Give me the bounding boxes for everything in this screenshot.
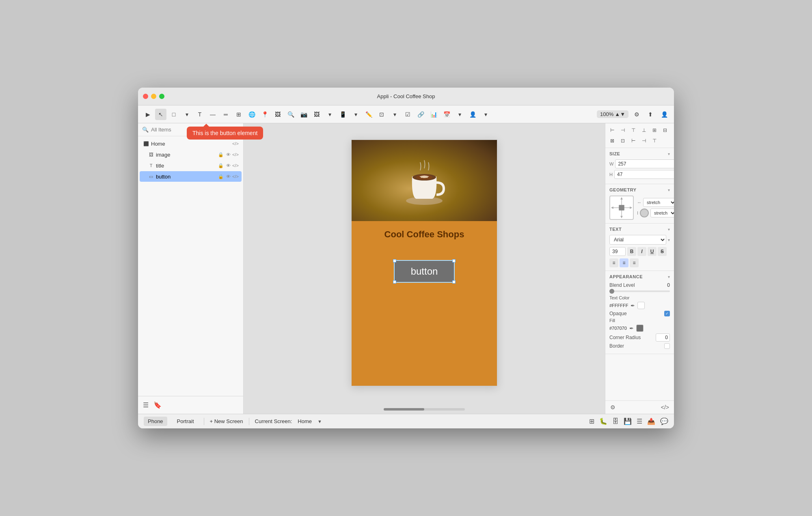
size-collapse-icon[interactable]: ▾ [668,152,670,156]
blend-slider[interactable] [609,290,670,292]
lock-icon-button[interactable]: 🔒 [218,174,224,179]
align-y-icon[interactable]: ⊤ [650,136,659,145]
text-collapse-icon[interactable]: ▾ [668,227,670,232]
settings-button[interactable]: ⚙ [631,109,642,120]
italic-button[interactable]: I [637,247,646,256]
blend-thumb[interactable] [609,289,614,294]
portrait-tab[interactable]: Portrait [173,417,198,426]
user-dropdown[interactable]: ▾ [480,109,491,120]
panel-settings-icon[interactable]: ⚙ [610,404,615,411]
search-tool[interactable]: 🔍 [285,109,296,120]
account-button[interactable]: 👤 [659,109,670,120]
align-top-icon[interactable]: ⊥ [639,126,648,135]
font-dropdown-icon[interactable]: ▾ [668,238,670,242]
align-right-icon[interactable]: ⊤ [629,126,638,135]
font-select[interactable]: Arial Helvetica [609,235,666,245]
stretch-v-select[interactable]: stretch fixed fill [650,209,674,217]
geometry-collapse-icon[interactable]: ▾ [668,188,670,192]
align-center-v-icon[interactable]: ⊞ [650,126,659,135]
new-screen-button[interactable]: + New Screen [210,418,243,424]
underline-button[interactable]: U [648,247,657,256]
distribute-h-icon[interactable]: ⊠ [608,136,617,145]
align-x-icon[interactable]: ⊣ [639,136,648,145]
screen-tool[interactable]: 📱 [337,109,348,120]
text-tool[interactable]: T [194,109,205,120]
component-tool[interactable]: ⊡ [376,109,387,120]
h-input[interactable] [614,170,674,179]
selection-handle-br[interactable] [452,280,456,284]
data-icon[interactable]: 💾 [624,417,632,425]
code-icon-image[interactable]: </> [233,152,238,157]
chart-tool[interactable]: 📊 [428,109,439,120]
eye-icon[interactable]: 👁 [225,152,231,157]
gallery-dropdown[interactable]: ▾ [324,109,335,120]
eye-icon-title[interactable]: 👁 [225,163,231,168]
preview-icon[interactable]: 💬 [660,417,668,425]
align-left-icon[interactable]: ⊢ [608,126,617,135]
play-button[interactable]: ▶ [142,109,153,120]
distribute-e-icon[interactable]: ⊢ [629,136,638,145]
double-line-tool[interactable]: ═ [220,109,231,120]
corner-radius-input[interactable] [656,333,670,342]
layer-item-home[interactable]: ⬛ Home </> [140,138,242,149]
align-bottom-icon[interactable]: ⊟ [661,126,669,135]
layer-item-button[interactable]: ▭ button 🔒 👁 </> [140,171,242,182]
code-icon-title[interactable]: </> [233,163,238,168]
code-icon-button[interactable]: </> [233,174,238,179]
panel-code-icon[interactable]: </> [661,404,669,411]
screen-dropdown[interactable]: ▾ [350,109,361,120]
close-button[interactable] [143,94,148,99]
gallery-tool[interactable]: 🖼 [311,109,322,120]
upload-button[interactable]: ⬆ [645,109,656,120]
lock-icon-title[interactable]: 🔒 [218,163,224,168]
check-tool[interactable]: ☑ [402,109,413,120]
selection-handle-bl[interactable] [393,280,396,284]
opaque-checkbox[interactable]: ✓ [664,311,670,316]
fill-color-swatch[interactable] [636,325,644,332]
phone-tab[interactable]: Phone [144,417,167,426]
align-center-text-button[interactable]: ≡ [620,258,628,267]
selection-handle-tl[interactable] [393,259,396,262]
camera-tool[interactable]: 📷 [298,109,309,120]
scrollbar-thumb[interactable] [384,408,424,411]
w-input[interactable] [615,159,674,168]
rect-dropdown[interactable]: ▾ [181,109,192,120]
zoom-level[interactable]: 100% ▲▼ [597,110,628,118]
bookmark-icon[interactable]: 🔖 [153,401,162,409]
export-icon[interactable]: 📤 [647,417,655,425]
font-size-input[interactable] [609,247,626,256]
border-checkbox[interactable] [664,343,670,349]
debug-icon[interactable]: 🐛 [599,417,607,425]
rect-tool[interactable]: □ [168,109,179,120]
database-icon[interactable]: 🗄 [612,418,619,425]
text-color-swatch[interactable] [637,302,645,309]
align-center-h-icon[interactable]: ⊣ [618,126,627,135]
align-right-text-button[interactable]: ≡ [630,258,639,267]
list-icon[interactable]: ☰ [143,401,149,409]
minimize-button[interactable] [151,94,156,99]
maximize-button[interactable] [159,94,164,99]
code-icon[interactable]: </> [233,141,238,146]
align-left-text-button[interactable]: ≡ [609,258,618,267]
globe-tool[interactable]: 🌐 [246,109,257,120]
link-tool[interactable]: 🔗 [415,109,426,120]
components-icon[interactable]: ⊞ [589,417,594,425]
canvas-button[interactable]: button [394,260,455,283]
calendar-dropdown[interactable]: ▾ [454,109,465,120]
calendar-tool[interactable]: 📅 [441,109,452,120]
current-screen-dropdown[interactable]: ▼ [317,419,322,424]
line-tool[interactable]: — [207,109,218,120]
layer-item-image[interactable]: 🖼 image 🔒 👁 </> [140,149,242,160]
select-tool[interactable]: ↖ [155,109,166,120]
canvas-area[interactable]: Add it here [244,123,605,414]
list-icon[interactable]: ☰ [637,417,642,425]
strikethrough-button[interactable]: S [658,247,667,256]
bold-button[interactable]: B [627,247,636,256]
text-color-picker-icon[interactable]: ✒ [631,303,635,309]
distribute-v-icon[interactable]: ⊡ [618,136,627,145]
selection-handle-tr[interactable] [452,259,456,262]
pin-tool[interactable]: 📍 [259,109,270,120]
canvas-scrollbar[interactable] [384,408,465,411]
stretch-h-select[interactable]: stretch fixed fill [643,198,674,207]
fill-color-picker-icon[interactable]: ✒ [629,325,634,331]
